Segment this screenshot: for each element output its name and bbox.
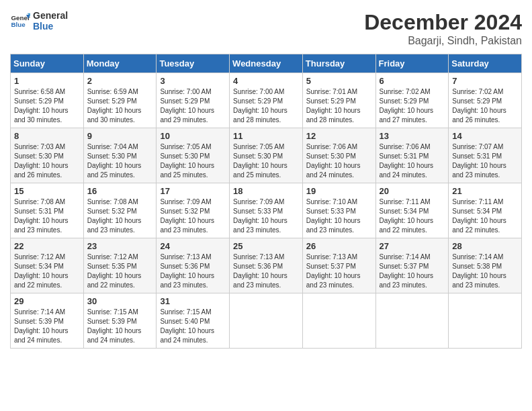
calendar-cell: 4Sunrise: 7:00 AM Sunset: 5:29 PM Daylig…	[230, 73, 303, 128]
calendar-cell: 21Sunrise: 7:11 AM Sunset: 5:34 PM Dayli…	[449, 183, 522, 238]
calendar-cell	[375, 293, 449, 349]
day-number: 25	[233, 241, 299, 251]
day-info: Sunrise: 7:13 AM Sunset: 5:37 PM Dayligh…	[306, 253, 372, 290]
calendar-cell: 19Sunrise: 7:10 AM Sunset: 5:33 PM Dayli…	[302, 183, 375, 238]
calendar-cell: 14Sunrise: 7:07 AM Sunset: 5:31 PM Dayli…	[449, 128, 522, 183]
day-number: 31	[160, 296, 226, 306]
calendar-cell: 26Sunrise: 7:13 AM Sunset: 5:37 PM Dayli…	[302, 238, 375, 293]
week-row-1: 1Sunrise: 6:58 AM Sunset: 5:29 PM Daylig…	[11, 73, 522, 128]
day-number: 16	[87, 186, 153, 196]
calendar-cell: 28Sunrise: 7:14 AM Sunset: 5:38 PM Dayli…	[449, 238, 522, 293]
day-number: 6	[380, 76, 445, 86]
logo-general: General	[33, 10, 68, 21]
calendar-table: SundayMondayTuesdayWednesdayThursdayFrid…	[10, 54, 522, 349]
calendar-cell: 23Sunrise: 7:12 AM Sunset: 5:35 PM Dayli…	[83, 238, 157, 293]
weekday-header-monday: Monday	[83, 54, 157, 73]
title-block: December 2024 Bagarji, Sindh, Pakistan	[364, 10, 522, 47]
logo: General Blue General Blue	[10, 10, 68, 32]
day-info: Sunrise: 7:06 AM Sunset: 5:30 PM Dayligh…	[306, 142, 372, 180]
calendar-cell: 20Sunrise: 7:11 AM Sunset: 5:34 PM Dayli…	[375, 183, 449, 238]
logo-icon: General Blue	[10, 11, 30, 31]
weekday-header-sunday: Sunday	[11, 54, 84, 73]
calendar-cell: 22Sunrise: 7:12 AM Sunset: 5:34 PM Dayli…	[11, 238, 84, 293]
day-info: Sunrise: 7:02 AM Sunset: 5:29 PM Dayligh…	[380, 87, 445, 125]
day-number: 7	[452, 76, 518, 86]
month-year-title: December 2024	[364, 10, 522, 35]
day-info: Sunrise: 7:05 AM Sunset: 5:30 PM Dayligh…	[160, 142, 226, 180]
day-number: 14	[452, 131, 518, 141]
day-number: 20	[380, 186, 445, 196]
calendar-cell: 16Sunrise: 7:08 AM Sunset: 5:32 PM Dayli…	[83, 183, 157, 238]
day-number: 18	[233, 186, 299, 196]
week-row-5: 29Sunrise: 7:14 AM Sunset: 5:39 PM Dayli…	[11, 293, 522, 349]
calendar-cell: 30Sunrise: 7:15 AM Sunset: 5:39 PM Dayli…	[83, 293, 157, 349]
page-header: General Blue General Blue December 2024 …	[10, 10, 522, 47]
day-number: 27	[380, 241, 445, 251]
day-number: 12	[306, 131, 372, 141]
calendar-cell: 9Sunrise: 7:04 AM Sunset: 5:30 PM Daylig…	[83, 128, 157, 183]
day-info: Sunrise: 7:14 AM Sunset: 5:39 PM Dayligh…	[14, 308, 80, 345]
day-info: Sunrise: 7:12 AM Sunset: 5:34 PM Dayligh…	[14, 253, 80, 290]
calendar-cell: 6Sunrise: 7:02 AM Sunset: 5:29 PM Daylig…	[375, 73, 449, 128]
calendar-cell: 27Sunrise: 7:14 AM Sunset: 5:37 PM Dayli…	[375, 238, 449, 293]
week-row-4: 22Sunrise: 7:12 AM Sunset: 5:34 PM Dayli…	[11, 238, 522, 293]
calendar-cell: 29Sunrise: 7:14 AM Sunset: 5:39 PM Dayli…	[11, 293, 84, 349]
day-info: Sunrise: 7:06 AM Sunset: 5:31 PM Dayligh…	[380, 142, 445, 180]
day-number: 10	[160, 131, 226, 141]
day-number: 11	[233, 131, 299, 141]
day-number: 24	[160, 241, 226, 251]
day-number: 1	[14, 76, 80, 86]
weekday-header-saturday: Saturday	[449, 54, 522, 73]
calendar-cell	[449, 293, 522, 349]
day-info: Sunrise: 7:00 AM Sunset: 5:29 PM Dayligh…	[233, 87, 299, 125]
day-info: Sunrise: 7:02 AM Sunset: 5:29 PM Dayligh…	[452, 87, 518, 125]
day-info: Sunrise: 7:12 AM Sunset: 5:35 PM Dayligh…	[87, 253, 153, 290]
week-row-3: 15Sunrise: 7:08 AM Sunset: 5:31 PM Dayli…	[11, 183, 522, 238]
calendar-cell: 17Sunrise: 7:09 AM Sunset: 5:32 PM Dayli…	[157, 183, 230, 238]
day-number: 15	[14, 186, 80, 196]
calendar-cell: 12Sunrise: 7:06 AM Sunset: 5:30 PM Dayli…	[302, 128, 375, 183]
day-info: Sunrise: 7:15 AM Sunset: 5:40 PM Dayligh…	[160, 308, 226, 345]
day-info: Sunrise: 7:13 AM Sunset: 5:36 PM Dayligh…	[160, 253, 226, 290]
day-info: Sunrise: 7:09 AM Sunset: 5:33 PM Dayligh…	[233, 197, 299, 235]
day-info: Sunrise: 7:11 AM Sunset: 5:34 PM Dayligh…	[452, 197, 518, 235]
calendar-cell: 1Sunrise: 6:58 AM Sunset: 5:29 PM Daylig…	[11, 73, 84, 128]
day-number: 26	[306, 241, 372, 251]
day-info: Sunrise: 7:15 AM Sunset: 5:39 PM Dayligh…	[87, 308, 153, 345]
day-info: Sunrise: 7:13 AM Sunset: 5:36 PM Dayligh…	[233, 253, 299, 290]
day-number: 2	[87, 76, 153, 86]
day-info: Sunrise: 7:01 AM Sunset: 5:29 PM Dayligh…	[306, 87, 372, 125]
day-number: 4	[233, 76, 299, 86]
day-info: Sunrise: 7:14 AM Sunset: 5:38 PM Dayligh…	[452, 253, 518, 290]
logo-blue: Blue	[33, 21, 68, 32]
calendar-cell: 31Sunrise: 7:15 AM Sunset: 5:40 PM Dayli…	[157, 293, 230, 349]
calendar-cell: 2Sunrise: 6:59 AM Sunset: 5:29 PM Daylig…	[83, 73, 157, 128]
weekday-header-tuesday: Tuesday	[157, 54, 230, 73]
calendar-cell: 5Sunrise: 7:01 AM Sunset: 5:29 PM Daylig…	[302, 73, 375, 128]
calendar-cell: 8Sunrise: 7:03 AM Sunset: 5:30 PM Daylig…	[11, 128, 84, 183]
week-row-2: 8Sunrise: 7:03 AM Sunset: 5:30 PM Daylig…	[11, 128, 522, 183]
day-number: 28	[452, 241, 518, 251]
day-number: 13	[380, 131, 445, 141]
day-number: 3	[160, 76, 226, 86]
day-number: 8	[14, 131, 80, 141]
calendar-cell: 18Sunrise: 7:09 AM Sunset: 5:33 PM Dayli…	[230, 183, 303, 238]
calendar-cell: 24Sunrise: 7:13 AM Sunset: 5:36 PM Dayli…	[157, 238, 230, 293]
day-info: Sunrise: 7:08 AM Sunset: 5:31 PM Dayligh…	[14, 197, 80, 235]
weekday-header-friday: Friday	[375, 54, 449, 73]
calendar-cell: 13Sunrise: 7:06 AM Sunset: 5:31 PM Dayli…	[375, 128, 449, 183]
day-number: 5	[306, 76, 372, 86]
day-number: 29	[14, 296, 80, 306]
day-info: Sunrise: 7:09 AM Sunset: 5:32 PM Dayligh…	[160, 197, 226, 235]
calendar-cell: 25Sunrise: 7:13 AM Sunset: 5:36 PM Dayli…	[230, 238, 303, 293]
weekday-header-thursday: Thursday	[302, 54, 375, 73]
weekday-header-wednesday: Wednesday	[230, 54, 303, 73]
calendar-cell	[302, 293, 375, 349]
day-info: Sunrise: 7:04 AM Sunset: 5:30 PM Dayligh…	[87, 142, 153, 180]
svg-text:Blue: Blue	[11, 21, 26, 28]
day-info: Sunrise: 7:05 AM Sunset: 5:30 PM Dayligh…	[233, 142, 299, 180]
day-number: 23	[87, 241, 153, 251]
location-subtitle: Bagarji, Sindh, Pakistan	[364, 35, 522, 47]
day-number: 19	[306, 186, 372, 196]
calendar-cell: 10Sunrise: 7:05 AM Sunset: 5:30 PM Dayli…	[157, 128, 230, 183]
